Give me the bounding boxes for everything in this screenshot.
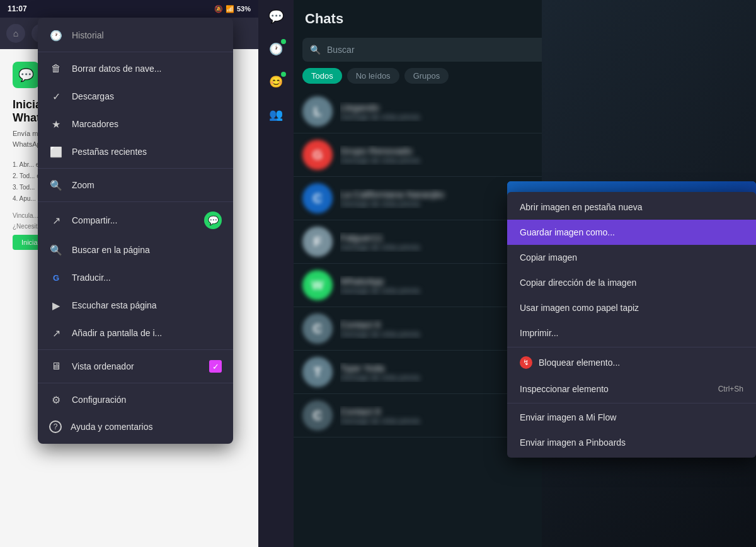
set-wallpaper-label: Usar imagen como papel tapiz	[520, 303, 639, 313]
sidebar-contacts-icon[interactable]: 👥	[262, 101, 290, 128]
emoji-icon: 😊	[269, 75, 283, 89]
chat-avatar-8: C	[302, 400, 333, 431]
ctx-open-new-tab-left: Abrir imagen en pestaña nueva	[520, 202, 643, 212]
ctx-set-wallpaper-left: Usar imagen como papel tapiz	[520, 303, 639, 313]
ctx-open-new-tab[interactable]: Abrir imagen en pestaña nueva	[507, 195, 756, 220]
ctx-inspect-left: Inspeccionar elemento	[520, 384, 609, 394]
menu-item-translate[interactable]: G Traducir...	[38, 264, 233, 291]
sidebar-history-icon[interactable]: 🕐	[262, 35, 290, 63]
copy-url-label: Copiar dirección de la imagen	[520, 278, 636, 288]
status-bar: 11:07 🔕 📶 53%	[0, 0, 258, 18]
sidebar-chats-icon[interactable]: 💬	[262, 3, 290, 30]
menu-item-clear-data[interactable]: 🗑 Borrar datos de nave...	[38, 55, 233, 82]
chat-avatar-3: C	[302, 183, 333, 213]
save-image-label: Guardar imagen como...	[520, 227, 615, 237]
bookmarks-label: Marcadores	[72, 119, 222, 129]
listen-label: Escuchar esta página	[72, 300, 222, 310]
menu-item-listen[interactable]: ▶ Escuchar esta página	[38, 291, 233, 319]
clear-data-label: Borrar datos de nave...	[72, 64, 222, 74]
ctx-divider-2	[507, 403, 756, 403]
help-label: Ayuda y comentarios	[71, 422, 222, 432]
ctx-copy-image[interactable]: Copiar imagen	[507, 245, 756, 270]
menu-divider-2	[38, 168, 233, 169]
ctx-save-image[interactable]: Guardar imagen como...	[507, 220, 756, 245]
home-button[interactable]: ⌂	[6, 24, 25, 43]
ctx-save-image-left: Guardar imagen como...	[520, 227, 615, 237]
ctx-block-element-left: ↯ Bloquear elemento...	[520, 356, 620, 369]
ctx-send-pinboards-left: Enviar imagen a Pinboards	[520, 437, 626, 448]
ctx-copy-url[interactable]: Copiar dirección de la imagen	[507, 270, 756, 295]
inspect-label: Inspeccionar elemento	[520, 384, 609, 394]
open-new-tab-label: Abrir imagen en pestaña nueva	[520, 202, 643, 212]
star-icon: ★	[49, 117, 63, 131]
desktop-view-checkbox[interactable]: ✓	[209, 360, 222, 373]
search-icon: 🔍	[310, 45, 321, 55]
send-flow-label: Enviar imagen a Mi Flow	[520, 412, 616, 422]
home-icon: ⌂	[13, 28, 18, 38]
menu-divider-3	[38, 201, 233, 202]
history-icon: 🕐	[49, 28, 63, 42]
ctx-divider-1	[507, 347, 756, 347]
inspect-shortcut: Ctrl+Sh	[718, 385, 743, 393]
menu-item-share[interactable]: ↗ Compartir... 💬	[38, 205, 233, 236]
print-label: Imprimir...	[520, 328, 558, 338]
menu-divider-1	[38, 52, 233, 52]
sound-icon: 🔕	[214, 5, 223, 13]
menu-item-add-home[interactable]: ↗ Añadir a pantalla de i...	[38, 319, 233, 347]
filter-tab-groups[interactable]: Grupos	[404, 68, 449, 84]
chat-avatar-4: F	[302, 227, 333, 257]
status-bar-left: 11:07	[8, 4, 27, 13]
zoom-label: Zoom	[72, 180, 222, 190]
chat-avatar-1: L	[302, 96, 333, 127]
ctx-print[interactable]: Imprimir...	[507, 320, 756, 346]
menu-item-desktop-view[interactable]: 🖥 Vista ordenador ✓	[38, 352, 233, 380]
menu-item-bookmarks[interactable]: ★ Marcadores	[38, 110, 233, 138]
battery-text: 53%	[237, 5, 251, 13]
help-icon: ?	[49, 420, 62, 433]
chat-avatar-7: T	[302, 357, 333, 387]
translate-label: Traducir...	[72, 273, 222, 283]
find-label: Buscar en la página	[72, 245, 222, 255]
time-display: 11:07	[8, 4, 27, 13]
whatsapp-share-badge: 💬	[204, 211, 222, 229]
history-badge-dot	[281, 39, 286, 44]
menu-item-recent-tabs[interactable]: ⬜ Pestañas recientes	[38, 138, 233, 166]
menu-item-find[interactable]: 🔍 Buscar en la página	[38, 236, 233, 264]
reactions-badge-dot	[281, 72, 286, 77]
menu-item-zoom[interactable]: 🔍 Zoom	[38, 171, 233, 199]
menu-item-help[interactable]: ? Ayuda y comentarios	[38, 414, 233, 440]
download-icon: ✓	[49, 89, 63, 103]
ctx-send-flow[interactable]: Enviar imagen a Mi Flow	[507, 405, 756, 430]
recent-tabs-icon: ⬜	[49, 145, 63, 159]
settings-icon: ⚙	[49, 393, 63, 407]
sidebar-reactions-icon[interactable]: 😊	[262, 68, 290, 96]
clock-icon: 🕐	[269, 42, 283, 56]
ctx-set-wallpaper[interactable]: Usar imagen como papel tapiz	[507, 295, 756, 320]
whatsapp-icon: 💬	[18, 67, 34, 82]
add-home-icon: ↗	[49, 326, 63, 340]
ctx-inspect[interactable]: Inspeccionar elemento Ctrl+Sh	[507, 376, 756, 402]
share-label: Compartir...	[72, 215, 195, 225]
ctx-block-element[interactable]: ↯ Bloquear elemento...	[507, 349, 756, 376]
menu-item-settings[interactable]: ⚙ Configuración	[38, 386, 233, 414]
browser-dropdown-menu: 🕐 Historial 🗑 Borrar datos de nave... ✓ …	[38, 18, 233, 444]
whatsapp-logo: 💬	[13, 62, 39, 88]
menu-divider-4	[38, 349, 233, 350]
copy-image-label: Copiar imagen	[520, 252, 577, 262]
ctx-copy-image-left: Copiar imagen	[520, 252, 577, 262]
menu-item-downloads[interactable]: ✓ Descargas	[38, 82, 233, 110]
signal-icon: 📶	[226, 5, 234, 13]
zoom-icon: 🔍	[49, 178, 63, 192]
context-menu: Abrir imagen en pestaña nueva Guardar im…	[507, 192, 756, 458]
status-bar-right: 🔕 📶 53%	[214, 5, 251, 13]
send-pinboards-label: Enviar imagen a Pinboards	[520, 437, 626, 448]
ctx-print-left: Imprimir...	[520, 328, 558, 338]
desktop-icon: 🖥	[49, 359, 63, 373]
filter-tab-unread[interactable]: No leídos	[347, 68, 399, 84]
filter-tab-all[interactable]: Todos	[302, 68, 342, 84]
ctx-send-pinboards[interactable]: Enviar imagen a Pinboards	[507, 430, 756, 455]
chat-bubble-icon: 💬	[268, 9, 284, 24]
add-home-label: Añadir a pantalla de i...	[72, 328, 222, 338]
desktop-view-label: Vista ordenador	[72, 361, 200, 371]
menu-item-history[interactable]: 🕐 Historial	[38, 21, 233, 49]
